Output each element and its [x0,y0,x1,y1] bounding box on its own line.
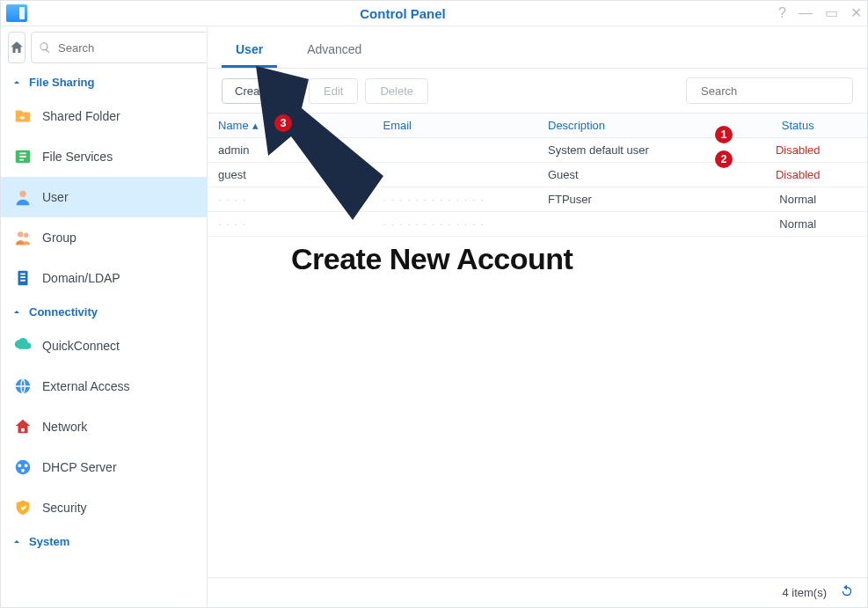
sidebar-item-label: File Services [42,150,113,164]
chevron-up-icon [11,307,22,318]
control-panel-window: Control Panel ? — ▭ ✕ File Sharing [0,0,868,608]
create-split-button: Create [222,78,302,104]
section-connectivity-label: Connectivity [29,305,98,319]
sidebar-item-label: User [42,190,69,204]
sidebar-item-label: QuickConnect [42,339,120,353]
refresh-button[interactable] [839,583,855,602]
minimize-icon[interactable]: — [799,6,813,20]
svg-point-10 [16,460,31,475]
toolbar: Create Edit Delete [208,69,867,113]
maximize-icon[interactable]: ▭ [825,6,838,20]
cell-email: · · · · · · · · · · · · · [373,212,538,237]
sidebar-search-input[interactable] [56,40,208,55]
sidebar-search[interactable] [31,32,208,63]
svg-point-12 [25,464,28,467]
cell-description: FTPuser [537,187,729,212]
edit-button[interactable]: Edit [309,78,358,104]
chevron-up-icon [11,537,22,547]
table-row[interactable]: guestGuestDisabled [208,163,867,187]
external-access-icon [13,377,33,396]
titlebar: Control Panel ? — ▭ ✕ [1,1,867,26]
sidebar-item-label: Network [42,420,87,434]
sidebar-item-label: Shared Folder [42,109,120,123]
svg-point-11 [18,464,22,467]
tabs: User Advanced [208,30,867,69]
tab-user[interactable]: User [222,30,277,68]
sidebar-item-label: Domain/LDAP [42,271,120,285]
col-header-email[interactable]: Email [373,114,538,138]
sidebar-item-shared-folder[interactable]: Shared Folder [1,96,207,136]
sidebar-item-security[interactable]: Security [1,487,207,528]
chevron-up-icon [11,77,22,88]
cell-name: admin [208,138,373,163]
window-body: File Sharing Shared Folder File Services… [1,26,867,607]
close-icon[interactable]: ✕ [850,6,862,20]
annotation-caption: Create New Account [291,242,573,276]
quickconnect-icon [13,336,33,355]
svg-rect-5 [20,274,26,275]
col-header-status[interactable]: Status [729,114,868,138]
sidebar-item-label: Group [42,231,77,245]
svg-point-13 [21,469,25,472]
section-system-label: System [29,535,69,548]
cell-description [537,212,729,237]
col-header-name[interactable]: Name▴ [208,114,373,138]
home-button[interactable] [8,32,26,63]
sidebar-item-dhcp-server[interactable]: DHCP Server [1,447,207,487]
section-file-sharing-label: File Sharing [29,76,94,89]
sidebar-item-file-services[interactable]: File Services [1,136,207,177]
svg-rect-7 [20,280,26,282]
svg-point-2 [18,231,23,237]
table-row[interactable]: · · · ·· · · · · · · · · · · · ·Normal [208,212,867,237]
main-content: User Advanced Create Edit Delete [208,26,867,607]
domain-ldap-icon [13,268,33,288]
home-icon [9,40,25,55]
shared-folder-icon [13,106,33,126]
file-services-icon [13,147,33,166]
window-controls: ? — ▭ ✕ [778,6,862,20]
tab-advanced[interactable]: Advanced [293,30,376,68]
cell-name: · · · · [208,212,373,237]
help-icon[interactable]: ? [778,6,786,20]
section-system[interactable]: System [1,528,207,555]
table-row[interactable]: · · · ·· · · · · · · · · · · · ·FTPuserN… [208,187,867,212]
svg-point-3 [24,233,28,238]
sidebar-search-row [1,26,207,69]
dhcp-icon [13,458,33,477]
group-icon [13,228,33,247]
table-search[interactable] [686,77,853,104]
search-icon [39,41,51,54]
cell-status: Normal [729,212,868,237]
sidebar-item-domain-ldap[interactable]: Domain/LDAP [1,258,207,298]
sidebar-item-group[interactable]: Group [1,217,207,258]
refresh-icon [839,583,855,599]
sidebar: File Sharing Shared Folder File Services… [1,26,208,607]
sidebar-item-external-access[interactable]: External Access [1,366,207,407]
create-button[interactable]: Create [222,79,281,103]
table-header-row: Name▴ Email Description Status [208,114,867,138]
table-search-input[interactable] [699,84,850,99]
sidebar-item-user[interactable]: User [1,177,207,217]
cell-status: Disabled [729,138,868,163]
statusbar: 4 item(s) [208,577,867,607]
sidebar-item-quickconnect[interactable]: QuickConnect [1,326,207,366]
cell-name: guest [208,163,373,187]
cell-status: Disabled [729,163,868,187]
section-file-sharing[interactable]: File Sharing [1,69,207,96]
create-dropdown[interactable] [281,79,301,103]
sidebar-item-label: DHCP Server [42,460,117,474]
delete-button[interactable]: Delete [365,78,428,104]
cell-email: · · · · · · · · · · · · · [373,187,538,212]
table-row[interactable]: adminSystem default userDisabled [208,138,867,163]
sidebar-item-label: Security [42,501,87,515]
shield-icon [13,498,33,517]
svg-rect-6 [20,276,26,278]
cell-email [373,163,538,187]
sidebar-item-network[interactable]: Network [1,407,207,447]
window-title: Control Panel [33,6,773,21]
section-connectivity[interactable]: Connectivity [1,298,207,326]
col-header-description[interactable]: Description [537,114,729,138]
user-table: Name▴ Email Description Status adminSyst… [208,113,867,237]
sort-asc-icon: ▴ [252,119,259,132]
caret-down-icon [288,87,295,94]
